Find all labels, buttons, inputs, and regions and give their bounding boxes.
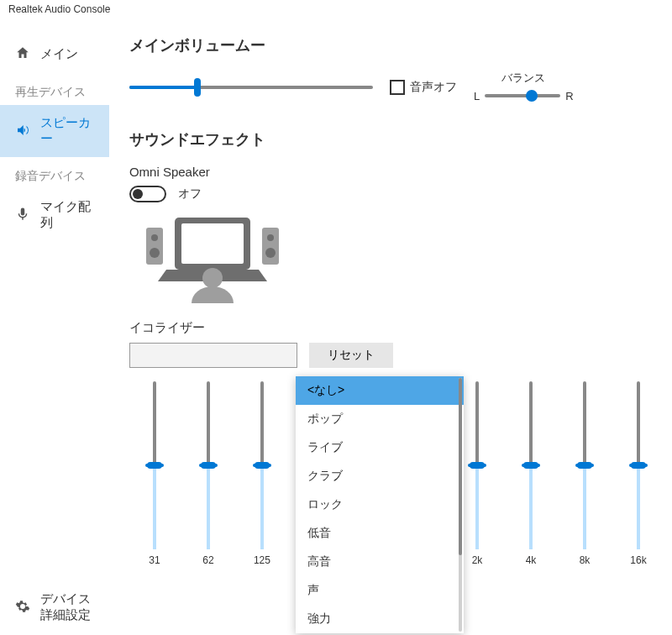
svg-rect-3 xyxy=(262,228,279,265)
home-icon xyxy=(15,45,30,63)
eq-preset-select[interactable] xyxy=(129,343,297,368)
svg-point-5 xyxy=(265,248,276,258)
balance-l-label: L xyxy=(474,90,480,102)
dropdown-item[interactable]: クラブ xyxy=(296,462,464,491)
laptop-graphic xyxy=(141,213,284,305)
eq-band-label: 2k xyxy=(472,554,483,566)
main-volume-slider[interactable] xyxy=(129,77,373,97)
svg-rect-7 xyxy=(181,223,244,264)
mic-icon xyxy=(15,207,30,224)
volume-title: メインボリュームー xyxy=(129,35,647,55)
svg-point-1 xyxy=(151,234,158,241)
speaker-icon xyxy=(15,123,30,140)
eq-band-label: 4k xyxy=(526,554,537,566)
sidebar-item-label: デバイス詳細設定 xyxy=(40,591,94,623)
svg-point-4 xyxy=(267,234,274,241)
balance-slider[interactable] xyxy=(485,87,560,104)
dropdown-item[interactable]: <なし> xyxy=(296,376,464,405)
eq-band-slider[interactable] xyxy=(469,381,486,549)
eq-reset-button[interactable]: リセット xyxy=(309,343,393,368)
dropdown-item[interactable]: 高音 xyxy=(296,548,464,576)
eq-band-slider[interactable] xyxy=(630,381,647,549)
sidebar-item-main[interactable]: メイン xyxy=(0,35,109,73)
eq-preset-dropdown: <なし> ポップ ライブ クラブ ロック 低音 高音 声 強力 xyxy=(296,376,464,633)
dropdown-item[interactable]: ライブ xyxy=(296,433,464,462)
sidebar-item-label: スピーカー xyxy=(40,115,94,147)
dropdown-item[interactable]: ポップ xyxy=(296,405,464,433)
dropdown-item[interactable]: 低音 xyxy=(296,519,464,548)
sidebar-section-record: 録音デバイス xyxy=(0,157,109,189)
sound-effect-title: サウンドエフェクト xyxy=(129,129,647,150)
sidebar-item-speaker[interactable]: スピーカー xyxy=(0,105,109,157)
omni-toggle[interactable] xyxy=(129,186,166,202)
eq-band: 31 xyxy=(146,381,163,566)
eq-band-label: 31 xyxy=(149,554,160,566)
main-panel: メインボリュームー 音声オフ バランス L R xyxy=(109,18,672,633)
eq-band: 4k xyxy=(522,381,539,566)
balance-label: バランス xyxy=(501,71,545,86)
eq-band-slider[interactable] xyxy=(254,381,270,549)
window-title: Realtek Audio Console xyxy=(0,0,672,18)
eq-band: 8k xyxy=(576,381,593,566)
eq-band-slider[interactable] xyxy=(576,381,593,549)
sidebar-item-advanced[interactable]: デバイス詳細設定 xyxy=(0,581,109,633)
balance-r-label: R xyxy=(565,90,573,102)
sidebar-item-label: メイン xyxy=(40,46,78,62)
eq-band-label: 16k xyxy=(630,554,646,566)
eq-band-slider[interactable] xyxy=(522,381,539,549)
omni-speaker-label: Omni Speaker xyxy=(129,165,647,179)
eq-band-slider[interactable] xyxy=(200,381,217,549)
svg-point-2 xyxy=(150,248,160,258)
eq-band: 62 xyxy=(200,381,217,566)
sidebar: メイン 再生デバイス スピーカー 録音デバイス マイク配列 デバイス詳細設定 xyxy=(0,18,109,633)
mute-checkbox[interactable] xyxy=(390,80,405,95)
mute-label: 音声オフ xyxy=(410,80,457,95)
eq-band: 16k xyxy=(630,381,647,566)
sidebar-item-mic[interactable]: マイク配列 xyxy=(0,189,109,241)
gear-icon xyxy=(15,599,30,617)
eq-band-label: 125 xyxy=(254,554,270,566)
eq-band: 2k xyxy=(469,381,486,566)
toggle-state-label: オフ xyxy=(178,186,202,202)
dropdown-item[interactable]: 声 xyxy=(296,576,464,605)
sidebar-item-label: マイク配列 xyxy=(40,199,94,231)
dropdown-item[interactable]: ロック xyxy=(296,491,464,519)
sidebar-section-playback: 再生デバイス xyxy=(0,73,109,105)
eq-band: 125 xyxy=(254,381,270,566)
eq-band-slider[interactable] xyxy=(146,381,163,549)
eq-band-label: 62 xyxy=(202,554,213,566)
dropdown-scrollbar[interactable] xyxy=(459,378,462,632)
svg-rect-0 xyxy=(146,228,163,265)
eq-band-label: 8k xyxy=(580,554,591,566)
svg-point-8 xyxy=(202,268,223,288)
eq-title: イコライザー xyxy=(129,320,647,336)
dropdown-item[interactable]: 強力 xyxy=(296,605,464,633)
